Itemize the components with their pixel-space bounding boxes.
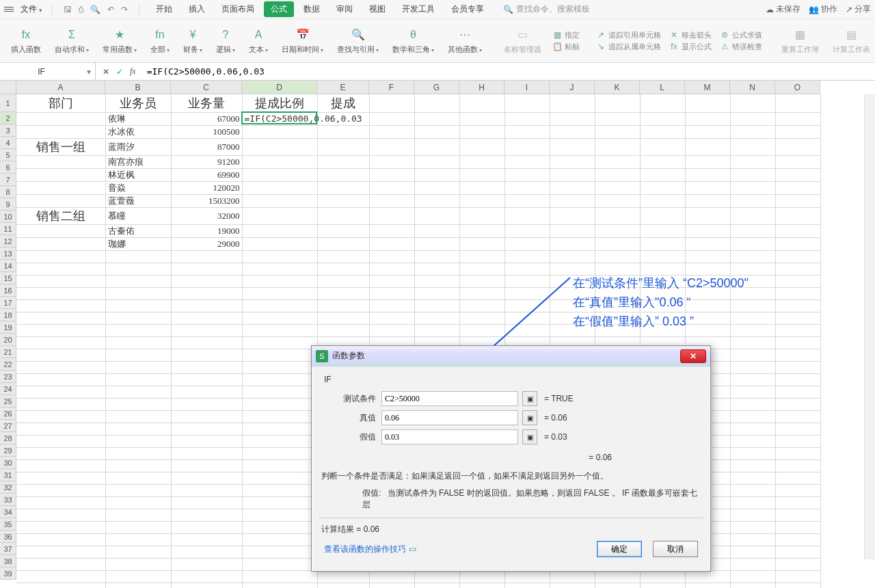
cell[interactable] [242,324,317,336]
cell[interactable] [414,324,459,336]
cell[interactable] [171,324,242,336]
cell[interactable] [105,472,171,484]
cell[interactable] [105,312,171,324]
cell[interactable] [640,224,685,237]
cell[interactable]: 业务量 [171,94,242,112]
cell[interactable] [369,263,414,275]
cell[interactable] [171,533,242,546]
row-header-17[interactable]: 17 [0,297,16,309]
cell[interactable] [595,138,640,155]
cell[interactable] [775,521,820,533]
cell[interactable] [685,181,730,194]
cell[interactable] [730,521,775,533]
cell[interactable] [685,570,730,583]
row-header-38[interactable]: 38 [0,555,16,567]
cell[interactable] [730,472,775,484]
row-header-11[interactable]: 11 [0,223,16,235]
cell[interactable] [730,583,775,588]
col-header-F[interactable]: F [369,81,414,94]
cell[interactable]: 南宫亦痕 [105,155,171,168]
error-check-btn[interactable]: ⚠错误检查 [720,42,762,52]
col-header-C[interactable]: C [171,81,242,94]
cell[interactable] [16,398,105,410]
cell[interactable] [640,181,685,194]
cell[interactable] [317,299,369,312]
cell[interactable] [730,181,775,194]
cell[interactable] [640,94,685,112]
cell[interactable] [242,275,317,287]
cell[interactable] [730,194,775,207]
cell[interactable] [730,138,775,155]
cell[interactable]: 蓝雨汐 [105,138,171,155]
cell[interactable] [730,558,775,570]
cell[interactable] [317,125,369,138]
cell[interactable] [459,287,504,299]
cell[interactable] [369,570,414,583]
row-header-9[interactable]: 9 [0,198,16,211]
cell[interactable] [242,472,317,484]
select-all-corner[interactable] [0,81,16,94]
ribbon-btn-5[interactable]: ?逻辑 [209,22,242,60]
assign-btn[interactable]: ▦指定 [552,30,580,40]
cell[interactable] [317,287,369,299]
cell[interactable] [730,459,775,472]
cell[interactable] [317,194,369,207]
cell[interactable] [317,275,369,287]
cell[interactable]: 珈娜 [105,237,171,250]
row-header-16[interactable]: 16 [0,284,16,297]
cell[interactable] [369,207,414,224]
cell[interactable] [504,168,550,181]
cell[interactable] [730,423,775,435]
cell[interactable] [459,263,504,275]
cell[interactable] [171,299,242,312]
row-header-32[interactable]: 32 [0,481,16,494]
cell[interactable] [105,570,171,583]
cell[interactable] [171,447,242,459]
name-manager-button[interactable]: ▭ 名称管理器 [497,22,548,60]
cell[interactable] [775,435,820,447]
cell[interactable] [369,583,414,588]
cell[interactable] [171,398,242,410]
cell[interactable] [105,299,171,312]
cell[interactable] [775,324,820,336]
cell[interactable] [317,250,369,263]
cell[interactable] [775,484,820,496]
cell[interactable] [242,386,317,398]
remove-arrows-btn[interactable]: ✕移去箭头 [669,30,712,40]
cell[interactable] [685,207,730,224]
cell[interactable] [414,224,459,237]
cell[interactable] [171,496,242,509]
cell[interactable] [414,94,459,112]
cell[interactable] [105,287,171,299]
row-header-24[interactable]: 24 [0,383,16,395]
cell[interactable] [459,138,504,155]
cell[interactable] [242,398,317,410]
row-header-26[interactable]: 26 [0,407,16,420]
row-header-28[interactable]: 28 [0,432,16,444]
cell[interactable] [242,299,317,312]
cell[interactable]: 林近枫 [105,168,171,181]
cell[interactable] [16,558,105,570]
cell[interactable] [595,570,640,583]
tab-6[interactable]: 视图 [362,1,392,17]
cell[interactable] [105,361,171,373]
cell[interactable] [459,194,504,207]
cell[interactable] [16,324,105,336]
cell[interactable]: 提成 [317,94,369,112]
cell[interactable] [550,125,595,138]
cell[interactable] [16,472,105,484]
cell[interactable] [685,112,730,125]
arg-input-0[interactable] [381,391,518,406]
cell[interactable] [595,250,640,263]
cell[interactable] [550,224,595,237]
cell[interactable] [685,138,730,155]
arg-input-2[interactable] [381,429,518,444]
cancel-formula-icon[interactable]: ✕ [103,67,109,77]
cell[interactable] [685,583,730,588]
cell[interactable] [414,155,459,168]
cell[interactable] [242,312,317,324]
cell[interactable] [414,237,459,250]
cell[interactable] [459,94,504,112]
cell[interactable] [640,250,685,263]
cell[interactable] [414,207,459,224]
